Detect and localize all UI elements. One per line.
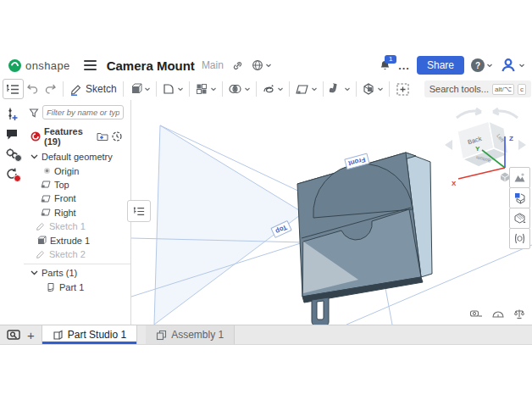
onshape-logo[interactable]: onshape [8, 59, 70, 72]
tree-item-sketch-1[interactable]: Sketch 1 [24, 219, 130, 233]
measure-widgets [469, 308, 525, 319]
tab-bar-corner: + [0, 325, 42, 344]
render-mode-button[interactable] [509, 208, 530, 229]
chevron-down-icon [30, 153, 38, 160]
toolbar-divider [323, 81, 324, 97]
origin-icon [43, 167, 51, 175]
tree-item-sketch-2[interactable]: Sketch 2 [24, 247, 130, 261]
tree-item-label: Extrude 1 [50, 236, 90, 246]
new-folder-icon[interactable] [97, 131, 108, 142]
features-status-icon [30, 131, 41, 142]
tab-label: Part Studio 1 [68, 329, 126, 341]
feature-list-toggle-button[interactable] [3, 79, 24, 99]
top-bar: onshape Camera Mount Main 1 ... Share ? [0, 53, 532, 78]
tree-item-top-plane[interactable]: Top [24, 178, 130, 192]
search-tools-field[interactable]: Search tools... alt/⌥ c [424, 81, 531, 97]
plane-icon [41, 208, 51, 217]
tree-item-label: Top [54, 180, 69, 190]
plane-menu-button[interactable] [295, 83, 318, 96]
perspective-button[interactable] [509, 228, 530, 249]
tree-item-label: Part 1 [59, 282, 84, 292]
search-tools-placeholder: Search tools... [429, 84, 489, 94]
help-menu[interactable]: ? [471, 58, 493, 72]
protractor-icon[interactable] [491, 308, 505, 319]
axis-x-label: X [452, 180, 457, 186]
hamburger-menu-icon[interactable] [84, 60, 97, 70]
section-menu-button[interactable] [362, 82, 384, 96]
tree-item-label: Front [54, 193, 76, 203]
tab-part-studio-1[interactable]: Part Studio 1 [42, 325, 137, 344]
top-bar-right: 1 ... Share ? [379, 56, 525, 75]
tree-item-label: Sketch 1 [49, 221, 86, 231]
axis-y-label: Y [475, 145, 480, 153]
share-button[interactable]: Share [417, 56, 464, 75]
boolean-menu-button[interactable] [228, 83, 251, 95]
workspace-label[interactable]: Main [202, 59, 224, 71]
tree-item-part-1[interactable]: Part 1 [24, 281, 130, 294]
fillet-menu-button[interactable] [162, 82, 184, 96]
tree-item-front-plane[interactable]: Front [24, 192, 130, 205]
help-icon: ? [471, 58, 485, 72]
plane-icon [41, 180, 51, 189]
marquee-select-icon[interactable] [393, 80, 413, 98]
helix-menu-button[interactable] [262, 82, 284, 96]
tree-item-default-geometry[interactable]: Default geometry [24, 150, 130, 164]
filter-input[interactable] [42, 105, 124, 119]
left-icon-strip [0, 100, 24, 325]
tree-item-label: Sketch 2 [49, 249, 86, 259]
share-link-icon[interactable] [232, 60, 243, 71]
document-title: Camera Mount [107, 58, 195, 73]
sync-alert-badge [14, 175, 21, 182]
comments-button[interactable] [5, 128, 19, 141]
sync-updates-button[interactable] [5, 167, 19, 181]
custom-features-button[interactable] [5, 147, 19, 160]
axis-z-label: Z [509, 135, 513, 142]
toolbar-divider [123, 81, 124, 97]
configurations-button[interactable] [6, 107, 19, 121]
sketch-icon [36, 221, 46, 231]
sketch-button[interactable]: Sketch [67, 80, 119, 98]
filter-funnel-icon [29, 108, 39, 118]
onshape-logo-icon [8, 59, 21, 72]
add-tab-button[interactable]: + [27, 328, 35, 342]
custom-features-badge [14, 154, 22, 162]
public-globe-icon[interactable] [252, 59, 272, 71]
feature-list-panel: Features (19) Default geometry Origin To… [24, 100, 131, 325]
toolbar-divider [389, 81, 390, 97]
account-menu[interactable] [500, 57, 525, 74]
notification-count-badge: 1 [385, 55, 396, 64]
features-header: Features (19) [24, 123, 130, 150]
collapse-panel-button[interactable] [127, 200, 151, 222]
toolbar-divider [222, 81, 223, 97]
sheet-metal-menu-button[interactable] [329, 82, 351, 96]
document-tab-bar: + Part Studio 1 Assembly 1 [0, 325, 532, 345]
mass-properties-icon[interactable] [513, 308, 525, 319]
chevron-down-icon [30, 269, 38, 276]
extrude-menu-button[interactable] [129, 82, 151, 96]
tree-item-label: Origin [54, 166, 79, 176]
toolbar-divider [156, 81, 157, 97]
tab-assembly-1[interactable]: Assembly 1 [146, 325, 235, 344]
tape-measure-icon[interactable] [469, 308, 483, 319]
pattern-menu-button[interactable] [195, 82, 217, 96]
toolbar-divider [63, 81, 64, 97]
tree-item-parts-group[interactable]: Parts (1) [24, 266, 130, 280]
notifications-bell-icon[interactable]: 1 [379, 59, 391, 72]
feature-toolbar: Sketch [0, 78, 532, 101]
rollback-history-icon[interactable] [112, 131, 122, 142]
tab-label: Assembly 1 [171, 329, 224, 341]
section-view-button[interactable] [509, 187, 530, 208]
tree-item-origin[interactable]: Origin [24, 164, 130, 177]
tab-manager-icon[interactable] [7, 329, 20, 341]
tree-item-right-plane[interactable]: Right [24, 206, 130, 219]
fit-view-button[interactable] [509, 167, 530, 188]
tree-item-extrude-1[interactable]: Extrude 1 [24, 233, 130, 247]
undo-button[interactable] [24, 80, 42, 98]
graphics-viewport[interactable]: Front Top Back Left Bottom Z Y X [131, 100, 532, 325]
more-actions-button[interactable]: ... [398, 59, 410, 72]
assembly-icon [156, 330, 167, 341]
part-icon [46, 282, 56, 292]
part-camera-mount [297, 153, 432, 325]
redo-button[interactable] [42, 80, 59, 98]
onshape-logo-label: onshape [25, 59, 70, 72]
